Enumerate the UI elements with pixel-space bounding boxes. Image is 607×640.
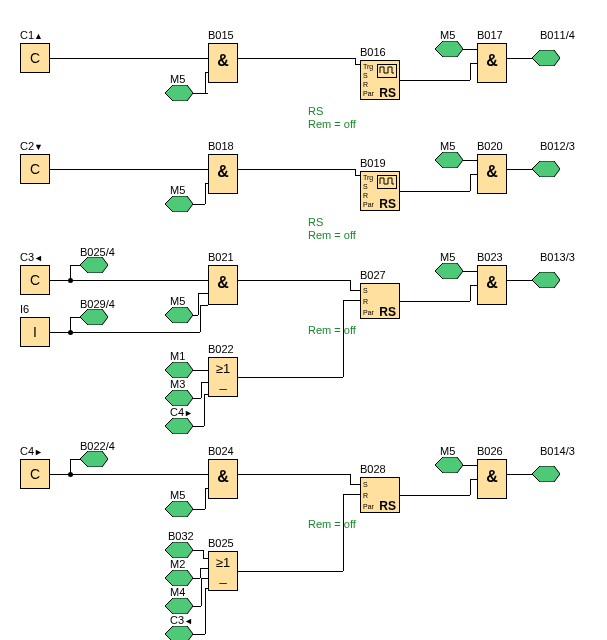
label-M5-3: M5: [170, 184, 185, 196]
flag-B012: [532, 161, 560, 177]
block-B025[interactable]: ≥1_: [208, 551, 238, 591]
label-B025: B025: [208, 537, 234, 549]
flag-M5-4: [435, 152, 463, 168]
label-M5-4: M5: [440, 140, 455, 152]
svg-marker-15: [165, 501, 193, 517]
label-C3: C3◄: [20, 251, 43, 263]
flag-B022-4: [80, 451, 108, 467]
label-C4: C4►: [20, 445, 43, 457]
input-C4[interactable]: C: [20, 459, 50, 489]
label-C1: C1▲: [20, 29, 43, 41]
label-B014: B014/3: [540, 445, 575, 457]
label-M3: M3: [170, 378, 185, 390]
param-B016: RS Rem = off: [308, 105, 356, 131]
flag-M5-5: [165, 307, 193, 323]
flag-B029-4: [80, 309, 108, 325]
label-B023: B023: [477, 251, 503, 263]
flag-M5-3: [165, 196, 193, 212]
flag-M1: [165, 362, 193, 378]
block-B017[interactable]: &: [477, 43, 507, 83]
block-B015[interactable]: &: [208, 43, 238, 83]
svg-marker-3: [165, 196, 193, 212]
flag-M5-8: [435, 457, 463, 473]
label-B020: B020: [477, 140, 503, 152]
label-M1: M1: [170, 350, 185, 362]
label-C2: C2▼: [20, 140, 43, 152]
svg-marker-14: [80, 451, 108, 467]
label-B013: B013/3: [540, 251, 575, 263]
svg-marker-21: [532, 466, 560, 482]
flag-B025-4: [80, 257, 108, 273]
input-C2[interactable]: C: [20, 154, 50, 184]
block-B026[interactable]: &: [477, 459, 507, 499]
flag-M4: [165, 598, 193, 614]
label-M5-6: M5: [440, 251, 455, 263]
input-C1[interactable]: C: [20, 43, 50, 73]
label-B017: B017: [477, 29, 503, 41]
svg-marker-9: [165, 362, 193, 378]
svg-marker-2: [532, 50, 560, 66]
block-B018[interactable]: &: [208, 154, 238, 194]
label-B024: B024: [208, 445, 234, 457]
flag-B014: [532, 466, 560, 482]
svg-marker-13: [532, 272, 560, 288]
label-B028: B028: [360, 463, 386, 475]
block-B023[interactable]: &: [477, 265, 507, 305]
label-B019: B019: [360, 157, 386, 169]
svg-marker-10: [165, 390, 193, 406]
label-B026: B026: [477, 445, 503, 457]
label-B022: B022: [208, 343, 234, 355]
flag-M5-6: [435, 263, 463, 279]
svg-marker-7: [80, 309, 108, 325]
block-B024[interactable]: &: [208, 459, 238, 499]
svg-marker-12: [435, 263, 463, 279]
block-B020[interactable]: &: [477, 154, 507, 194]
svg-marker-5: [532, 161, 560, 177]
svg-marker-18: [165, 598, 193, 614]
block-B019[interactable]: Trg S R Par RS: [360, 171, 400, 211]
flag-B011: [532, 50, 560, 66]
svg-marker-4: [435, 152, 463, 168]
block-B028[interactable]: S R Par RS: [360, 477, 400, 513]
param-B019: RS Rem = off: [308, 216, 356, 242]
svg-marker-0: [165, 85, 193, 101]
label-B012: B012/3: [540, 140, 575, 152]
flag-B013: [532, 272, 560, 288]
input-I6[interactable]: I: [20, 317, 50, 347]
label-C3i: C3◄: [170, 614, 193, 626]
flag-M5-2: [435, 41, 463, 57]
flag-M3: [165, 390, 193, 406]
label-B015: B015: [208, 29, 234, 41]
label-M2: M2: [170, 558, 185, 570]
svg-marker-17: [165, 570, 193, 586]
svg-marker-16: [165, 542, 193, 558]
input-C3[interactable]: C: [20, 265, 50, 295]
param-B027: Rem = off: [308, 324, 356, 337]
block-B021[interactable]: &: [208, 265, 238, 305]
label-C4i: C4►: [170, 406, 193, 418]
svg-marker-1: [435, 41, 463, 57]
svg-marker-8: [165, 307, 193, 323]
label-M5-5: M5: [170, 295, 185, 307]
block-B022[interactable]: ≥1_: [208, 357, 238, 397]
label-B011: B011/4: [540, 29, 575, 41]
label-B027: B027: [360, 269, 386, 281]
flag-C3i: [165, 626, 193, 640]
param-B028: Rem = off: [308, 518, 356, 531]
label-B018: B018: [208, 140, 234, 152]
svg-marker-19: [165, 626, 193, 640]
flag-M2: [165, 570, 193, 586]
label-M4: M4: [170, 586, 185, 598]
label-M5-2: M5: [440, 29, 455, 41]
label-B021: B021: [208, 251, 234, 263]
svg-marker-11: [165, 418, 193, 434]
svg-marker-6: [80, 257, 108, 273]
block-B027[interactable]: S R Par RS: [360, 283, 400, 319]
label-B016: B016: [360, 46, 386, 58]
flag-B032: [165, 542, 193, 558]
label-B032: B032: [168, 530, 194, 542]
svg-marker-20: [435, 457, 463, 473]
label-M5-1: M5: [170, 73, 185, 85]
block-B016[interactable]: Trg S R Par RS: [360, 60, 400, 100]
label-M5-7: M5: [170, 489, 185, 501]
